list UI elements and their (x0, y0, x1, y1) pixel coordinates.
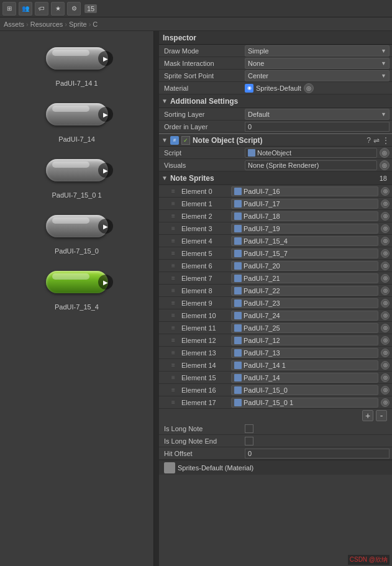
breadcrumb-sprite[interactable]: Sprite (69, 21, 87, 28)
material-select-btn[interactable]: ◎ (304, 83, 314, 93)
tools-icon[interactable]: ⚙ (67, 2, 81, 16)
play-icon[interactable]: ▶ (98, 107, 113, 122)
list-item[interactable]: ▶ PadUI-7_15_4 (2, 260, 151, 314)
element-select-btn[interactable]: ◎ (381, 349, 390, 357)
visuals-select-btn[interactable]: ◎ (380, 160, 390, 170)
layout-icon[interactable]: ⊞ (2, 2, 16, 16)
is-long-note-checkbox[interactable] (245, 424, 253, 433)
sprite-sort-dropdown[interactable]: Center ▼ (245, 70, 390, 81)
sorting-layer-dropdown[interactable]: Default ▼ (245, 109, 390, 120)
add-element-button[interactable]: + (362, 410, 373, 421)
script-value: NoteObject ◎ (245, 148, 390, 158)
badge-count: 15 (84, 4, 97, 13)
element-select-btn[interactable]: ◎ (381, 286, 390, 295)
element-field[interactable]: PadUI-7_16 (231, 186, 378, 196)
people-icon[interactable]: 👥 (19, 2, 32, 16)
element-select-btn[interactable]: ◎ (381, 386, 390, 395)
dropdown-arrow-icon: ▼ (381, 60, 386, 66)
element-field[interactable]: PadUI-7_25 (231, 323, 378, 333)
list-item[interactable]: ▶ PadUI-7_15_0 (2, 204, 151, 258)
element-select-btn[interactable]: ◎ (381, 237, 390, 245)
element-field[interactable]: PadUI-7_12 (231, 335, 378, 345)
element-field[interactable]: PadUI-7_24 (231, 311, 378, 321)
play-icon[interactable]: ▶ (98, 51, 113, 66)
script-field[interactable]: NoteObject (245, 148, 377, 158)
script-name: NoteObject (257, 149, 291, 157)
sprite-icon (234, 312, 242, 319)
element-field[interactable]: PadUI-7_15_4 (231, 236, 378, 246)
visuals-field[interactable]: None (Sprite Renderer) (245, 160, 377, 170)
draw-mode-value: Simple ▼ (245, 45, 390, 57)
help-icon[interactable]: ? (367, 136, 371, 145)
element-select-btn[interactable]: ◎ (381, 212, 390, 221)
play-icon[interactable]: ▶ (98, 163, 113, 178)
element-select-btn[interactable]: ◎ (381, 373, 390, 382)
element-select-btn[interactable]: ◎ (381, 324, 390, 332)
element-label: Element 14 (181, 362, 231, 369)
element-select-btn[interactable]: ◎ (381, 299, 390, 308)
remove-element-button[interactable]: - (376, 410, 387, 421)
play-icon[interactable]: ▶ (98, 219, 113, 234)
mask-interaction-dropdown[interactable]: None ▼ (245, 58, 390, 69)
tag-icon[interactable]: 🏷 (35, 2, 48, 16)
element-field[interactable]: PadUI-7_17 (231, 199, 378, 209)
breadcrumb-resources[interactable]: Resources (30, 21, 63, 28)
element-select-btn[interactable]: ◎ (381, 336, 390, 345)
list-item[interactable]: ▶ PadUI-7_14 1 (2, 36, 151, 91)
sorting-layer-value: Default ▼ (245, 109, 390, 120)
section-arrow-icon: ▼ (162, 98, 168, 104)
is-long-note-end-checkbox[interactable] (245, 437, 253, 445)
element-label: Element 9 (181, 299, 231, 307)
play-icon[interactable]: ▶ (98, 275, 113, 290)
sprite-sort-label: Sprite Sort Point (164, 72, 245, 80)
element-select-btn[interactable]: ◎ (381, 398, 390, 407)
list-item[interactable]: ▶ PadUI-7_14 (2, 92, 151, 147)
sprite-icon (234, 399, 242, 406)
top-bar: ⊞ 👥 🏷 ★ ⚙ 15 (0, 0, 392, 17)
inspector-header: Inspector (159, 31, 392, 45)
order-in-layer-input[interactable] (245, 122, 390, 132)
sprite-name-label: PadUI-7_15_4 (55, 303, 99, 311)
element-label: Element 10 (181, 312, 231, 319)
element-field[interactable]: PadUI-7_15_0 1 (231, 398, 378, 408)
component-checkbox[interactable]: ✓ (181, 136, 190, 145)
link-icon[interactable]: ⇌ (373, 136, 380, 145)
element-select-btn[interactable]: ◎ (381, 361, 390, 370)
breadcrumb-c[interactable]: C (93, 21, 98, 28)
inspector-title: Inspector (163, 34, 196, 42)
element-select-btn[interactable]: ◎ (381, 274, 390, 283)
element-field[interactable]: PadUI-7_21 (231, 273, 378, 283)
hit-offset-input[interactable] (245, 449, 390, 459)
drag-handle-icon: ≡ (171, 250, 178, 257)
element-select-btn[interactable]: ◎ (381, 199, 390, 208)
breadcrumb-assets[interactable]: Assets (4, 21, 24, 28)
additional-settings-section[interactable]: ▼ Additional Settings (159, 94, 392, 108)
list-item[interactable]: ▶ PadUI-7_15_0 1 (2, 148, 151, 203)
sprite-icon (234, 287, 242, 294)
element-field[interactable]: PadUI-7_15_0 (231, 385, 378, 395)
element-field[interactable]: PadUI-7_22 (231, 286, 378, 296)
script-icon (248, 149, 255, 157)
element-field[interactable]: PadUI-7_20 (231, 261, 378, 271)
element-select-btn[interactable]: ◎ (381, 249, 390, 258)
bottom-material-row: Sprites-Default (Material) (159, 460, 392, 475)
draw-mode-dropdown[interactable]: Simple ▼ (245, 45, 390, 57)
element-select-btn[interactable]: ◎ (381, 187, 390, 196)
element-field[interactable]: PadUI-7_23 (231, 298, 378, 308)
element-field[interactable]: PadUI-7_14 (231, 373, 378, 383)
more-icon[interactable]: ⋮ (382, 136, 390, 145)
script-select-btn[interactable]: ◎ (380, 148, 390, 158)
element-field[interactable]: PadUI-7_13 (231, 348, 378, 358)
script-label: Script (164, 149, 245, 157)
element-field[interactable]: PadUI-7_18 (231, 211, 378, 221)
is-long-note-end-row: Is Long Note End (159, 435, 392, 447)
star-icon[interactable]: ★ (51, 2, 65, 16)
element-select-btn[interactable]: ◎ (381, 311, 390, 320)
element-field[interactable]: PadUI-7_19 (231, 224, 378, 234)
element-field[interactable]: PadUI-7_14 1 (231, 360, 378, 370)
element-select-btn[interactable]: ◎ (381, 262, 390, 270)
element-label: Element 15 (181, 374, 231, 381)
element-select-btn[interactable]: ◎ (381, 224, 390, 233)
element-field[interactable]: PadUI-7_15_7 (231, 249, 378, 258)
element-label: Element 17 (181, 399, 231, 406)
